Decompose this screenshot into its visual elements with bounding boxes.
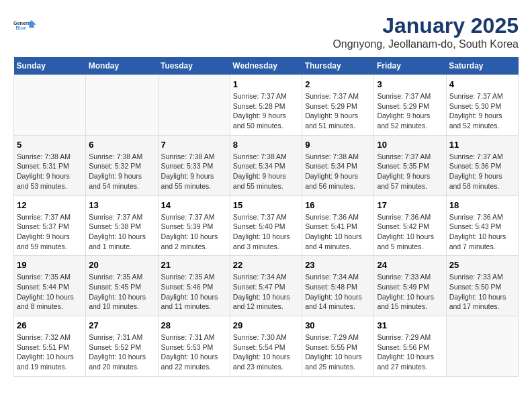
day-details: Sunrise: 7:33 AMSunset: 5:49 PMDaylight:…	[377, 272, 443, 312]
calendar-cell: 6Sunrise: 7:38 AMSunset: 5:32 PMDaylight…	[86, 135, 158, 195]
day-details: Sunrise: 7:35 AMSunset: 5:46 PMDaylight:…	[161, 272, 227, 312]
calendar-cell: 18Sunrise: 7:36 AMSunset: 5:43 PMDayligh…	[446, 195, 518, 256]
day-number: 30	[305, 320, 371, 330]
day-number: 15	[233, 200, 299, 210]
day-number: 12	[17, 200, 83, 210]
day-details: Sunrise: 7:36 AMSunset: 5:41 PMDaylight:…	[305, 212, 371, 252]
calendar-cell: 27Sunrise: 7:31 AMSunset: 5:52 PMDayligh…	[86, 316, 158, 377]
calendar-table: SundayMondayTuesdayWednesdayThursdayFrid…	[13, 57, 519, 377]
calendar-week-row: 26Sunrise: 7:32 AMSunset: 5:51 PMDayligh…	[14, 316, 519, 377]
logo: GeneralBlue	[13, 13, 38, 38]
day-details: Sunrise: 7:37 AMSunset: 5:29 PMDaylight:…	[377, 91, 443, 131]
weekday-header: Thursday	[302, 57, 374, 75]
day-details: Sunrise: 7:38 AMSunset: 5:33 PMDaylight:…	[161, 152, 227, 191]
weekday-header: Sunday	[14, 57, 86, 75]
weekday-header: Saturday	[446, 57, 518, 75]
logo-icon: GeneralBlue	[13, 13, 38, 38]
calendar-cell: 11Sunrise: 7:37 AMSunset: 5:36 PMDayligh…	[446, 135, 518, 195]
svg-text:Blue: Blue	[16, 25, 27, 31]
day-details: Sunrise: 7:32 AMSunset: 5:51 PMDaylight:…	[17, 332, 83, 372]
day-details: Sunrise: 7:37 AMSunset: 5:28 PMDaylight:…	[233, 91, 299, 131]
calendar-cell: 3Sunrise: 7:37 AMSunset: 5:29 PMDaylight…	[374, 75, 446, 136]
calendar-cell: 10Sunrise: 7:37 AMSunset: 5:35 PMDayligh…	[374, 135, 446, 195]
calendar-cell: 5Sunrise: 7:38 AMSunset: 5:31 PMDaylight…	[14, 135, 86, 195]
calendar-cell	[446, 316, 518, 377]
day-details: Sunrise: 7:34 AMSunset: 5:47 PMDaylight:…	[233, 272, 299, 312]
page-title: January 2025	[332, 13, 519, 38]
day-details: Sunrise: 7:34 AMSunset: 5:48 PMDaylight:…	[305, 272, 371, 312]
day-number: 3	[377, 79, 443, 89]
calendar-cell: 23Sunrise: 7:34 AMSunset: 5:48 PMDayligh…	[302, 256, 374, 316]
calendar-cell	[14, 75, 86, 136]
calendar-cell: 4Sunrise: 7:37 AMSunset: 5:30 PMDaylight…	[446, 75, 518, 136]
day-number: 7	[161, 140, 227, 150]
calendar-week-row: 12Sunrise: 7:37 AMSunset: 5:37 PMDayligh…	[14, 195, 519, 256]
day-number: 29	[233, 320, 299, 330]
calendar-cell: 12Sunrise: 7:37 AMSunset: 5:37 PMDayligh…	[14, 195, 86, 256]
day-number: 27	[89, 320, 154, 330]
calendar-cell: 13Sunrise: 7:37 AMSunset: 5:38 PMDayligh…	[86, 195, 158, 256]
day-number: 21	[161, 260, 227, 270]
day-details: Sunrise: 7:35 AMSunset: 5:44 PMDaylight:…	[17, 272, 83, 312]
day-number: 8	[233, 140, 299, 150]
day-number: 16	[305, 200, 371, 210]
calendar-cell: 19Sunrise: 7:35 AMSunset: 5:44 PMDayligh…	[14, 256, 86, 316]
day-details: Sunrise: 7:37 AMSunset: 5:35 PMDaylight:…	[377, 152, 443, 191]
calendar-cell	[158, 75, 230, 136]
day-number: 31	[377, 320, 443, 330]
day-number: 14	[161, 200, 227, 210]
calendar-week-row: 5Sunrise: 7:38 AMSunset: 5:31 PMDaylight…	[14, 135, 519, 195]
calendar-cell	[86, 75, 158, 136]
day-details: Sunrise: 7:37 AMSunset: 5:29 PMDaylight:…	[305, 91, 371, 131]
day-details: Sunrise: 7:36 AMSunset: 5:43 PMDaylight:…	[449, 212, 515, 252]
day-number: 17	[377, 200, 443, 210]
day-number: 24	[377, 260, 443, 270]
day-number: 28	[161, 320, 227, 330]
weekday-header: Wednesday	[230, 57, 302, 75]
day-details: Sunrise: 7:33 AMSunset: 5:50 PMDaylight:…	[449, 272, 515, 312]
day-details: Sunrise: 7:36 AMSunset: 5:42 PMDaylight:…	[377, 212, 443, 252]
day-number: 5	[17, 140, 83, 150]
calendar-cell: 7Sunrise: 7:38 AMSunset: 5:33 PMDaylight…	[158, 135, 230, 195]
calendar-cell: 30Sunrise: 7:29 AMSunset: 5:55 PMDayligh…	[302, 316, 374, 377]
day-details: Sunrise: 7:31 AMSunset: 5:52 PMDaylight:…	[89, 332, 154, 372]
calendar-cell: 21Sunrise: 7:35 AMSunset: 5:46 PMDayligh…	[158, 256, 230, 316]
day-details: Sunrise: 7:37 AMSunset: 5:38 PMDaylight:…	[89, 212, 154, 252]
day-details: Sunrise: 7:35 AMSunset: 5:45 PMDaylight:…	[89, 272, 154, 312]
calendar-cell: 29Sunrise: 7:30 AMSunset: 5:54 PMDayligh…	[230, 316, 302, 377]
calendar-cell: 20Sunrise: 7:35 AMSunset: 5:45 PMDayligh…	[86, 256, 158, 316]
day-details: Sunrise: 7:29 AMSunset: 5:56 PMDaylight:…	[377, 332, 443, 372]
day-number: 9	[305, 140, 371, 150]
calendar-cell: 15Sunrise: 7:37 AMSunset: 5:40 PMDayligh…	[230, 195, 302, 256]
day-number: 18	[449, 200, 515, 210]
calendar-cell: 24Sunrise: 7:33 AMSunset: 5:49 PMDayligh…	[374, 256, 446, 316]
day-number: 11	[449, 140, 515, 150]
calendar-cell: 1Sunrise: 7:37 AMSunset: 5:28 PMDaylight…	[230, 75, 302, 136]
weekday-header: Tuesday	[158, 57, 230, 75]
calendar-cell: 25Sunrise: 7:33 AMSunset: 5:50 PMDayligh…	[446, 256, 518, 316]
day-details: Sunrise: 7:37 AMSunset: 5:40 PMDaylight:…	[233, 212, 299, 252]
weekday-header-row: SundayMondayTuesdayWednesdayThursdayFrid…	[14, 57, 519, 75]
day-details: Sunrise: 7:38 AMSunset: 5:32 PMDaylight:…	[89, 152, 154, 191]
weekday-header: Friday	[374, 57, 446, 75]
day-details: Sunrise: 7:31 AMSunset: 5:53 PMDaylight:…	[161, 332, 227, 372]
day-number: 13	[89, 200, 154, 210]
page-subtitle: Ongnyong, Jeollanam-do, South Korea	[332, 38, 519, 50]
day-details: Sunrise: 7:38 AMSunset: 5:34 PMDaylight:…	[233, 152, 299, 191]
calendar-cell: 8Sunrise: 7:38 AMSunset: 5:34 PMDaylight…	[230, 135, 302, 195]
day-details: Sunrise: 7:30 AMSunset: 5:54 PMDaylight:…	[233, 332, 299, 372]
day-number: 6	[89, 140, 154, 150]
day-details: Sunrise: 7:37 AMSunset: 5:30 PMDaylight:…	[449, 91, 515, 131]
day-details: Sunrise: 7:38 AMSunset: 5:34 PMDaylight:…	[305, 152, 371, 191]
day-number: 20	[89, 260, 154, 270]
weekday-header: Monday	[86, 57, 158, 75]
day-number: 10	[377, 140, 443, 150]
calendar-cell: 31Sunrise: 7:29 AMSunset: 5:56 PMDayligh…	[374, 316, 446, 377]
calendar-week-row: 19Sunrise: 7:35 AMSunset: 5:44 PMDayligh…	[14, 256, 519, 316]
calendar-cell: 9Sunrise: 7:38 AMSunset: 5:34 PMDaylight…	[302, 135, 374, 195]
day-number: 22	[233, 260, 299, 270]
day-number: 26	[17, 320, 83, 330]
day-number: 19	[17, 260, 83, 270]
calendar-week-row: 1Sunrise: 7:37 AMSunset: 5:28 PMDaylight…	[14, 75, 519, 136]
day-details: Sunrise: 7:38 AMSunset: 5:31 PMDaylight:…	[17, 152, 83, 191]
